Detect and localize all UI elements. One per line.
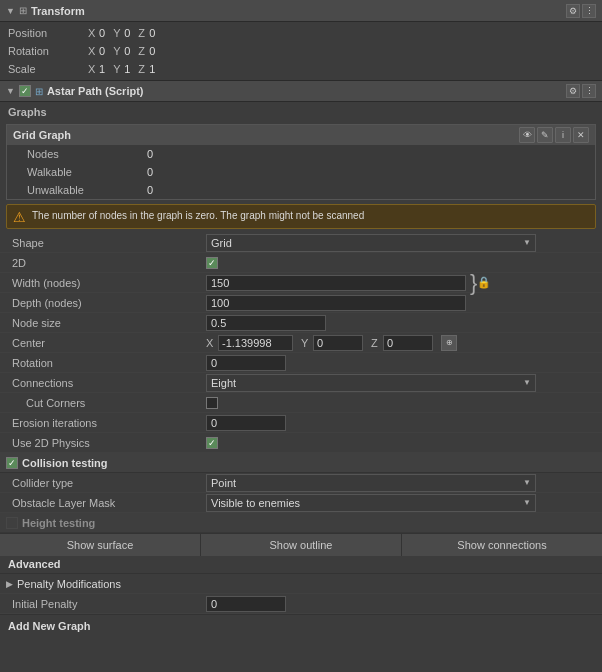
- cut-corners-checkbox[interactable]: [206, 397, 218, 409]
- warning-icon: ⚠: [13, 210, 26, 224]
- scale-x-value: 1: [99, 63, 105, 75]
- astar-settings-icon[interactable]: ⚙: [566, 84, 580, 98]
- position-y-value: 0: [124, 27, 130, 39]
- rotation-label: Rotation: [8, 45, 88, 57]
- astar-checkbox[interactable]: [19, 85, 31, 97]
- scale-y-item: Y 1: [113, 63, 130, 75]
- transform-title: Transform: [31, 5, 566, 17]
- grid-graph-title: Grid Graph: [13, 129, 519, 141]
- nodes-row: Nodes 0: [7, 145, 595, 163]
- astar-header-icons: ⚙ ⋮: [566, 84, 596, 98]
- depth-input[interactable]: [206, 295, 466, 311]
- scale-z-value: 1: [149, 63, 155, 75]
- collider-type-dropdown-value: Point: [211, 477, 236, 489]
- rotation-prop-row: Rotation: [0, 353, 602, 373]
- scale-z-axis: Z: [138, 63, 146, 75]
- use2d-value: [206, 437, 596, 449]
- center-x-field: X: [206, 335, 293, 351]
- collision-testing-checkbox[interactable]: [6, 457, 18, 469]
- center-z-input[interactable]: [383, 335, 433, 351]
- cut-corners-label: Cut Corners: [6, 397, 206, 409]
- position-z-axis: Z: [138, 27, 146, 39]
- scale-y-value: 1: [124, 63, 130, 75]
- collider-type-value: Point ▼: [206, 474, 596, 492]
- obstacle-mask-dropdown[interactable]: Visible to enemies ▼: [206, 494, 536, 512]
- position-label: Position: [8, 27, 88, 39]
- center-y-input[interactable]: [313, 335, 363, 351]
- walkable-value: 0: [147, 166, 153, 178]
- scale-xyz: X 1 Y 1 Z 1: [88, 63, 594, 75]
- rotation-row: Rotation X 0 Y 0 Z 0: [0, 42, 602, 60]
- rotation-x-axis: X: [88, 45, 96, 57]
- astar-more-icon[interactable]: ⋮: [582, 84, 596, 98]
- add-new-graph-label: Add New Graph: [8, 620, 91, 632]
- collision-testing-header: Collision testing: [0, 453, 602, 473]
- rotation-y-item: Y 0: [113, 45, 130, 57]
- unwalkable-value: 0: [147, 184, 153, 196]
- obstacle-mask-dropdown-arrow: ▼: [523, 498, 531, 507]
- shape-value: Grid ▼: [206, 234, 596, 252]
- position-y-item: Y 0: [113, 27, 130, 39]
- node-size-input[interactable]: [206, 315, 326, 331]
- rotation-prop-input[interactable]: [206, 355, 286, 371]
- grid-graph-info-icon[interactable]: i: [555, 127, 571, 143]
- initial-penalty-input[interactable]: [206, 596, 286, 612]
- scale-x-axis: X: [88, 63, 96, 75]
- advanced-title: Advanced: [8, 558, 61, 570]
- scale-label: Scale: [8, 63, 88, 75]
- grid-graph-edit-icon[interactable]: ✎: [537, 127, 553, 143]
- erosion-label: Erosion iterations: [6, 417, 206, 429]
- show-connections-button[interactable]: Show connections: [402, 534, 602, 556]
- cut-corners-value: [206, 397, 596, 409]
- grid-graph-box: Grid Graph 👁 ✎ i ✕ Nodes 0 Walkable 0 Un…: [6, 124, 596, 200]
- node-size-row: Node size: [0, 313, 602, 333]
- transform-collapse-icon[interactable]: ▼: [6, 6, 15, 16]
- width-input[interactable]: [206, 275, 466, 291]
- connections-dropdown[interactable]: Eight ▼: [206, 374, 536, 392]
- transform-more-icon[interactable]: ⋮: [582, 4, 596, 18]
- penalty-modifications-row[interactable]: ▶ Penalty Modifications: [0, 574, 602, 594]
- rotation-x-item: X 0: [88, 45, 105, 57]
- depth-value-area: [206, 295, 596, 311]
- astar-icon: ⊞: [35, 86, 43, 97]
- show-surface-button[interactable]: Show surface: [0, 534, 201, 556]
- twod-checkbox[interactable]: [206, 257, 218, 269]
- position-xyz: X 0 Y 0 Z 0: [88, 27, 594, 39]
- obstacle-mask-value: Visible to enemies ▼: [206, 494, 596, 512]
- astar-header: ▼ ⊞ Astar Path (Script) ⚙ ⋮: [0, 80, 602, 102]
- obstacle-mask-dropdown-value: Visible to enemies: [211, 497, 300, 509]
- height-testing-checkbox[interactable]: [6, 517, 18, 529]
- scale-row: Scale X 1 Y 1 Z 1: [0, 60, 602, 78]
- rotation-x-value: 0: [99, 45, 105, 57]
- collider-type-dropdown[interactable]: Point ▼: [206, 474, 536, 492]
- astar-collapse-icon[interactable]: ▼: [6, 86, 15, 96]
- width-value-area: } 🔒: [206, 272, 596, 294]
- position-z-value: 0: [149, 27, 155, 39]
- center-x-input[interactable]: [218, 335, 293, 351]
- use2d-label: Use 2D Physics: [6, 437, 206, 449]
- scale-x-item: X 1: [88, 63, 105, 75]
- position-row: Position X 0 Y 0 Z 0: [0, 24, 602, 42]
- center-align-icon[interactable]: ⊕: [441, 335, 457, 351]
- shape-dropdown[interactable]: Grid ▼: [206, 234, 536, 252]
- position-x-value: 0: [99, 27, 105, 39]
- cut-corners-row: Cut Corners: [0, 393, 602, 413]
- warning-text: The number of nodes in the graph is zero…: [32, 209, 364, 223]
- astar-enabled-checkbox[interactable]: [19, 85, 31, 97]
- height-testing-header: Height testing: [0, 513, 602, 533]
- grid-graph-eye-icon[interactable]: 👁: [519, 127, 535, 143]
- collider-type-row: Collider type Point ▼: [0, 473, 602, 493]
- nodes-value: 0: [147, 148, 153, 160]
- center-label: Center: [6, 337, 206, 349]
- initial-penalty-label: Initial Penalty: [6, 598, 206, 610]
- main-panel: ▼ ⊞ Transform ⚙ ⋮ Position X 0 Y 0 Z: [0, 0, 602, 636]
- erosion-input[interactable]: [206, 415, 286, 431]
- scale-y-axis: Y: [113, 63, 121, 75]
- grid-graph-close-icon[interactable]: ✕: [573, 127, 589, 143]
- use2d-checkbox[interactable]: [206, 437, 218, 449]
- height-testing-title: Height testing: [22, 517, 95, 529]
- obstacle-mask-label: Obstacle Layer Mask: [6, 497, 206, 509]
- show-outline-button[interactable]: Show outline: [201, 534, 402, 556]
- center-y-field: Y: [297, 335, 363, 351]
- transform-settings-icon[interactable]: ⚙: [566, 4, 580, 18]
